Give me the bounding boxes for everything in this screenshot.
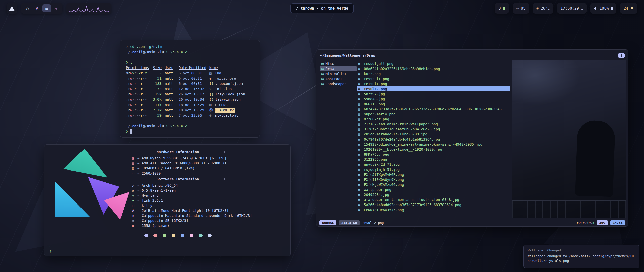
file-date: 7 oct 23:06 — [179, 113, 206, 118]
workspace-button[interactable]: ▤ — [42, 4, 51, 12]
file-row[interactable]: ▦ EeNKYgIUcAAJ5JX.png — [357, 207, 510, 212]
clock-widget[interactable]: 17:50:29 ◷ — [557, 3, 587, 14]
tab-badge[interactable]: 1 — [618, 53, 625, 58]
workspace-button[interactable]: ◯ — [23, 4, 32, 12]
file-row[interactable]: ▦ 5a266e448add93deab367d87173e9f25-68378… — [357, 202, 510, 207]
info-value: Arch Linux x86_64 — [142, 183, 178, 188]
file-name: 8FKa7Cu.jpeg — [364, 152, 389, 156]
info-row: ▭ → 644x272 — [131, 171, 285, 176]
position-badge: 14/38 — [610, 220, 625, 225]
file-row[interactable]: ▦ nnvuv0xj2df71.jpg — [357, 162, 510, 167]
image-file-icon: ▦ — [358, 167, 362, 172]
file-row[interactable]: ▦ FXfcJlTXgAMvH6R.png — [357, 172, 510, 177]
file-row[interactable]: ▦ 3126f7e9bbf21a8a4af0b67b041c6e26.jpg — [357, 127, 510, 132]
clock-icon: ◷ — [581, 6, 583, 11]
logo-shard-cyan — [55, 179, 93, 217]
file-name: 87r687df.png — [364, 117, 389, 121]
clock-label: 17:50:29 — [561, 6, 579, 11]
shell-prompt[interactable]: ~ ❯ — [49, 244, 51, 254]
file-date: 26 oct 15:17 — [179, 92, 206, 97]
software-icon: ▩ — [131, 223, 135, 228]
file-row[interactable]: ▦ wallpaper.png — [357, 187, 510, 192]
topbar-left: ◯ V ▤ ✎ — [7, 3, 111, 14]
file-manager-window[interactable]: ~/Imagenes/Wallpapers/Draw 1 ▤ Misc ▤ Dr… — [316, 49, 628, 227]
palette-dot — [190, 234, 193, 237]
palette-dot — [181, 234, 184, 237]
sidebar-folder-item[interactable]: ▤ Draw — [320, 66, 357, 71]
info-value: 10948MiB / 64183MiB (17%) — [142, 166, 195, 171]
hardware-section-title: Hardware Information — [157, 149, 199, 154]
file-row[interactable]: ▦ 154928-odinokoe_anime-art-anime-okno-s… — [357, 142, 510, 147]
folder-sidebar: ▤ Misc ▤ Draw ▤ Minimalist ▤ Abstract — [320, 60, 357, 218]
image-file-icon: ▦ — [358, 67, 362, 71]
prompt-path-line: ~/.config/nvim via ☾ v5.4.6 ✔ — [126, 49, 254, 55]
audio-visualizer-widget[interactable] — [66, 3, 111, 14]
file-name: 0c794faf07de24a4db4d4fb1eb813964.jpg — [364, 137, 440, 141]
software-icon: A — [131, 208, 135, 213]
file-row[interactable]: ▦ super-mario.png — [357, 112, 510, 117]
file-row[interactable]: ▦ 587597.jpg — [357, 91, 510, 96]
notifications-widget[interactable]: 24 — [620, 3, 637, 14]
file-row[interactable]: ▦ kurz.png — [357, 71, 510, 76]
active-prompt-line[interactable]: ❯ — [126, 129, 254, 134]
sidebar-folder-item[interactable]: ▤ Abstract — [320, 76, 357, 81]
file-entry-row: .rw-r--r-- 59 matt 7 oct 23:06 ⚙ stylua.… — [126, 113, 254, 118]
app-launcher-button[interactable] — [7, 3, 17, 14]
status-filename: result2.png — [362, 221, 384, 225]
image-file-icon: ▦ — [358, 112, 362, 116]
volume-widget[interactable]: 100% — [590, 3, 616, 14]
file-row[interactable]: ▦ chica-mirando-la-luna-8799.jpg — [357, 132, 510, 137]
waveform-graph — [69, 5, 109, 12]
file-row[interactable]: ▦ 87r687df.png — [357, 117, 510, 122]
file-row[interactable]: ▦ rsjqojlmjhf91.jpg — [357, 167, 510, 172]
folder-name: Landscapes — [325, 82, 346, 86]
listing-rows: drwxr-xr-x - matt 6 oct 00:31 ▤ lua .rw-… — [126, 71, 254, 118]
file-row[interactable]: ▦ resssult.png — [357, 76, 510, 81]
file-row[interactable]: ▦ FXfcII0X0AQyn9X.png — [357, 177, 510, 182]
file-name: ressdfgult.png — [364, 62, 393, 66]
sidebar-folder-item[interactable]: ▤ Landscapes — [320, 81, 357, 86]
file-entry-row: .rw-r--r-- 3,0k matt 26 oct 10:04 {} laz… — [126, 97, 254, 102]
arrow-icon: → — [137, 203, 139, 208]
sidebar-folder-item[interactable]: ▤ Minimalist — [320, 71, 357, 76]
terminal-window[interactable]: ❯ cd .config/nvim ~/.config/nvim via ☾ v… — [120, 40, 260, 138]
folder-name: Abstract — [325, 77, 342, 81]
file-row[interactable]: ▦ re1sult.png — [357, 81, 510, 86]
info-row: ▰ → fish 3.6.1 — [131, 198, 285, 203]
file-row[interactable]: ▦ 0c794faf07de24a4db4d4fb1eb813964.jpg — [357, 137, 510, 142]
file-row[interactable]: ▦ result2.png — [357, 86, 510, 91]
file-owner: matt — [165, 86, 176, 92]
software-icon: ◭ — [131, 183, 135, 188]
keyboard-layout-widget[interactable]: ⌨ US — [513, 3, 529, 14]
check-icon: ✔ — [185, 50, 187, 54]
weather-widget[interactable]: ☀ 26°C — [533, 3, 553, 14]
info-row: ▩ → 1558 (pacman) — [131, 223, 285, 228]
notification-popup[interactable]: Wallpaper Changed Wallpaper changed to /… — [523, 245, 639, 268]
file-row[interactable]: ▦ atardecer-en-la-montanas-ilustracion-6… — [357, 197, 510, 202]
sidebar-folder-item[interactable]: ▤ Misc — [320, 61, 357, 66]
file-row[interactable]: ▦ 866715.png — [357, 101, 510, 107]
file-row[interactable]: ▦ 217167-sad-anime-rain-wallpaper.png — [357, 122, 510, 127]
file-row[interactable]: ▦ FXfcHgcWIAMzs0G.png — [357, 182, 510, 187]
workspace-button[interactable]: ✎ — [52, 4, 60, 12]
file-row[interactable]: ▦ 19201080-__blue-tinge__-1920×1080.jpg — [357, 147, 510, 152]
file-row[interactable]: ▦ 8FKa7Cu.jpeg — [357, 152, 510, 157]
image-file-icon: ▦ — [358, 142, 362, 146]
file-row[interactable]: ▦ 08a634fa02a32364f69ebc86a98eb1eb.png — [357, 66, 510, 71]
file-row[interactable]: ▦ 596848.jpg — [357, 96, 510, 101]
image-file-icon: ▦ — [358, 77, 362, 81]
image-file-icon: ▦ — [358, 137, 362, 141]
image-preview — [512, 60, 626, 218]
file-row[interactable]: ▦ ressdfgult.png — [357, 61, 510, 66]
workspace-button[interactable]: V — [33, 4, 41, 12]
hardware-rows: ▣ → AMD Ryzen 9 5900X (24) @ 4.9GHz [61.… — [131, 156, 285, 176]
permissions: .rw-r--r-- — [126, 108, 148, 113]
media-player-widget[interactable]: ♪ thrown - on the verge — [290, 3, 354, 13]
file-row[interactable]: ▦ 3122955.png — [357, 157, 510, 162]
tick — [131, 178, 131, 180]
updates-widget[interactable]: 0 — [495, 3, 509, 14]
file-row[interactable]: ▦ 20492984.jpg — [357, 192, 510, 197]
system-info-window[interactable]: Hardware Information ▣ → AMD Ryzen 9 590… — [44, 144, 291, 256]
file-row[interactable]: ▦ 68747470733a2f2f696d616765732d7769786d… — [357, 107, 510, 112]
file-name: 3126f7e9bbf21a8a4af0b67b041c6e26.jpg — [364, 127, 440, 131]
